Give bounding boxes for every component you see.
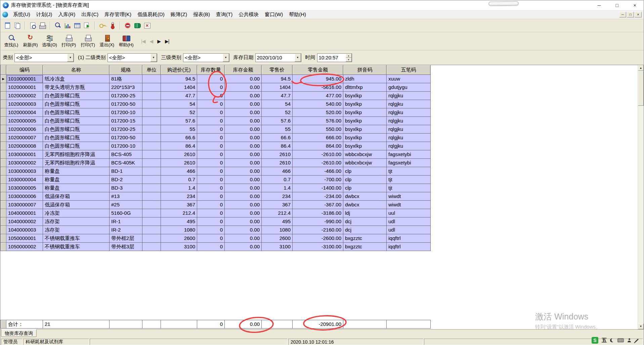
book-icon[interactable] [133,21,142,30]
cell-wubi[interactable]: rqlgjku [387,117,431,125]
cell-pinyin[interactable]: dcj [343,217,387,226]
cell-stock_amount[interactable]: 0.00 [225,209,262,217]
cell-stock_qty[interactable]: 0 [197,209,225,217]
cell-wubi[interactable]: iqqftrl [387,234,431,243]
table-row[interactable]: 1030000002无苯丙醇细胞程序降温BCS-405K261000.00261… [1,159,431,167]
cell-stock_amount[interactable]: 0.00 [225,184,262,192]
cell-retail_amount[interactable]: -367.00 [293,201,343,209]
sogou-ime-icon[interactable]: S [592,337,598,344]
cell-retail_amount[interactable]: -5616.00 [293,83,343,92]
cell-spec[interactable]: #25 [110,201,142,209]
cell-stock_amount[interactable]: 0.00 [225,243,262,251]
cell-retail_price[interactable]: 2610 [262,150,293,159]
options-button[interactable]: 选项(O) [40,33,59,50]
menu-item-12[interactable]: 帮助(H) [286,11,309,18]
cell-unit[interactable] [142,167,161,176]
cell-pinyin[interactable]: bxgzztc [343,234,387,243]
cell-name[interactable]: 不锈钢载重推车 [43,243,110,251]
column-header-name[interactable]: 名称 [43,65,110,75]
cell-name[interactable]: 白色圆形螺口瓶 [43,125,110,134]
cell-stock_qty[interactable]: 0 [197,201,225,209]
cell-code[interactable]: 1020000001 [6,83,43,92]
chart-icon[interactable] [63,21,72,30]
row-indicator[interactable] [1,117,6,125]
cell-stock_qty[interactable]: 0 [197,134,225,142]
table-row[interactable]: 1020000008白色圆形螺口瓶017200-1086.400.0086.48… [1,142,431,150]
cell-spec[interactable]: BCS-405 [110,150,142,159]
cell-pinyin[interactable]: zldh [343,75,387,83]
row-indicator[interactable] [1,150,6,159]
cell-code[interactable]: 1030000002 [6,159,43,167]
key-icon[interactable] [98,21,107,30]
menu-item-6[interactable]: 低值易耗(D) [134,11,168,18]
cell-code[interactable]: 1020000005 [6,117,43,125]
cell-stock_amount[interactable]: 0.00 [225,217,262,226]
preview-icon[interactable] [28,21,37,30]
menu-item-3[interactable]: 入库(R) [55,11,78,18]
cell-retail_amount[interactable]: -2600.00 [293,234,343,243]
export-icon[interactable] [83,21,91,30]
cell-retail_amount[interactable]: -234.00 [293,192,343,201]
cell-code[interactable]: 1010000001 [6,75,43,83]
table-row[interactable]: 1030000005称量盘BD-31.400.001.4-1400.00clpt… [1,184,431,192]
cell-retail_price[interactable]: 55 [262,125,293,134]
cell-purchase_price[interactable]: 0.7 [161,176,197,184]
print-button[interactable]: 打印(P) [59,33,78,50]
last-record-button[interactable]: ▶| [165,39,169,44]
cell-code[interactable]: 1040000001 [6,209,43,217]
cell-retail_amount[interactable]: 520.00 [293,108,343,117]
minimize-button[interactable]: ─ [590,0,608,10]
cell-stock_amount[interactable]: 0.00 [225,75,262,83]
cell-wubi[interactable]: rqlgjku [387,100,431,108]
cell-code[interactable]: 1050000002 [6,243,43,251]
cell-stock_qty[interactable]: 0 [197,117,225,125]
cell-retail_price[interactable]: 1080 [262,226,293,234]
cell-stock_amount[interactable]: 0.00 [225,83,262,92]
row-indicator[interactable] [1,108,6,117]
cell-wubi[interactable]: iqqftrl [387,243,431,251]
cell-name[interactable]: 白色圆形螺口瓶 [43,100,110,108]
spin-up-icon[interactable]: ▲ [346,54,352,58]
cell-stock_qty[interactable]: 0 [197,184,225,192]
cell-name[interactable]: 无苯丙醇细胞程序降温 [43,159,110,167]
grid-icon[interactable] [73,21,82,30]
menu-item-11[interactable]: 窗口(W) [262,11,286,18]
cell-retail_price[interactable]: 52 [262,108,293,117]
thirdcategory-select[interactable]: <全部> ▼ [183,53,229,62]
stop-icon[interactable] [123,21,132,30]
cell-name[interactable]: 称量盘 [43,184,110,192]
cell-retail_price[interactable]: 1.4 [262,184,293,192]
menu-item-9[interactable]: 查询(T) [213,11,235,18]
cell-name[interactable]: 低温保存箱 [43,201,110,209]
cell-retail_amount[interactable]: 945.00 [293,75,343,83]
cell-purchase_price[interactable]: 367 [161,201,197,209]
cell-name[interactable]: 白色圆形螺口瓶 [43,134,110,142]
table-row[interactable]: 1040000003冻存架IR-2108000.001080-2160.00dc… [1,226,431,234]
cell-stock_amount[interactable]: 0.00 [225,201,262,209]
cell-name[interactable]: 称量盘 [43,167,110,176]
cell-pinyin[interactable]: bsyxlkp [343,142,387,150]
table-row[interactable]: 1020000004白色圆形螺口瓶017200-105200.0052520.0… [1,108,431,117]
cell-spec[interactable]: 017200-10 [110,142,142,150]
cell-stock_amount[interactable]: 0.00 [225,134,262,142]
thermometer-icon[interactable] [108,21,117,30]
cell-purchase_price[interactable]: 54 [161,100,197,108]
category-select[interactable]: <全部> ▼ [14,53,74,62]
cell-retail_amount[interactable]: 864.00 [293,142,343,150]
menu-item-2[interactable]: 计划(J) [33,11,55,18]
cell-retail_price[interactable]: 367 [262,201,293,209]
print-alt-button[interactable]: 打印(T) [78,33,97,50]
cell-wubi[interactable]: xuuw [387,75,431,83]
cell-name[interactable]: 低温保存箱 [43,192,110,201]
cell-retail_amount[interactable]: -2610.00 [293,150,343,159]
menu-item-8[interactable]: 报表(B) [190,11,213,18]
cell-unit[interactable] [142,184,161,192]
refresh-button[interactable]: 刷新(R) [21,33,40,50]
cell-code[interactable]: 1030000007 [6,201,43,209]
row-indicator[interactable] [1,209,6,217]
table-row[interactable]: 1020000001带龙头透明方形瓶220*153*3140400.001404… [1,83,431,92]
cell-name[interactable]: 冻存架 [43,226,110,234]
cell-purchase_price[interactable]: 66.6 [161,134,197,142]
cell-code[interactable]: 1050000001 [6,234,43,243]
row-indicator[interactable] [1,83,6,92]
